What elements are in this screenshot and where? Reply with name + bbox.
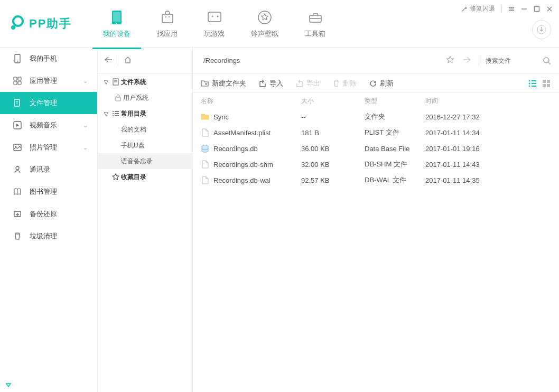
sidebar-item-trash-clean[interactable]: 垃圾清理 xyxy=(0,225,97,247)
delete-button: 删除 xyxy=(333,79,357,88)
maximize-button[interactable] xyxy=(534,6,540,12)
home-button[interactable] xyxy=(123,56,133,65)
sidebar-item-books[interactable]: 图书管理 xyxy=(0,181,97,203)
sidebar-item-contacts[interactable]: 通讯录 xyxy=(0,158,97,181)
file-time: 2017-01-11 14:35 xyxy=(425,176,551,184)
tree-common-dir[interactable]: ▽ 常用目录 xyxy=(98,106,192,122)
arrow-right-icon xyxy=(463,56,471,63)
minimize-button[interactable] xyxy=(521,6,527,12)
svg-rect-58 xyxy=(547,84,550,87)
collapse-sidebar-button[interactable] xyxy=(5,380,12,390)
menu-button[interactable] xyxy=(508,6,515,12)
svg-rect-24 xyxy=(14,77,17,80)
tree-my-docs[interactable]: 我的文档 xyxy=(98,122,192,137)
file-size: 181 B xyxy=(301,129,365,137)
maximize-icon xyxy=(534,6,540,12)
play-icon xyxy=(13,120,22,130)
svg-point-47 xyxy=(544,58,549,63)
file-size: -- xyxy=(301,113,365,121)
svg-point-51 xyxy=(529,82,530,84)
bag-icon xyxy=(160,10,175,25)
svg-rect-25 xyxy=(18,77,21,80)
grid-view-button[interactable] xyxy=(542,79,551,88)
minimize-icon xyxy=(521,6,527,12)
col-header-type[interactable]: 类型 xyxy=(365,97,425,106)
file-time: 2017-01-11 14:34 xyxy=(425,129,551,137)
nav-label: 工具箱 xyxy=(305,29,325,39)
forward-button[interactable] xyxy=(462,56,472,66)
star-outline-icon xyxy=(446,55,454,64)
tree-phone-usb[interactable]: 手机U盘 xyxy=(98,137,192,153)
new-folder-button[interactable]: 新建文件夹 xyxy=(201,79,246,88)
triangle-down-icon: ▽ xyxy=(102,111,110,117)
search-input[interactable] xyxy=(486,57,538,64)
file-type: PLIST 文件 xyxy=(365,128,425,137)
files-icon xyxy=(13,98,22,108)
refresh-icon xyxy=(369,80,377,87)
search-icon[interactable] xyxy=(543,57,551,65)
refresh-button[interactable]: 刷新 xyxy=(369,79,394,88)
nav-my-device[interactable]: 我的设备 xyxy=(103,9,131,39)
sidebar-item-video-music[interactable]: 视频音乐 ⌄ xyxy=(0,114,97,136)
arrow-left-icon xyxy=(104,56,113,63)
sidebar-item-file-manage[interactable]: 文件管理 xyxy=(0,92,97,114)
tree-label: 常用目录 xyxy=(121,109,146,118)
tree-user-system[interactable]: 用户系统 xyxy=(98,90,192,106)
nav-toolbox[interactable]: 工具箱 xyxy=(305,9,325,39)
table-row[interactable]: Recordings.db36.00 KBData Base File2017-… xyxy=(193,141,559,156)
window-controls: 修复闪退 xyxy=(461,4,553,13)
toolbox-icon xyxy=(308,10,323,25)
table-row[interactable]: Recordings.db-shm32.00 KBDB-SHM 文件2017-0… xyxy=(193,156,559,172)
table-row[interactable]: AssetManifest.plist181 BPLIST 文件2017-01-… xyxy=(193,125,559,141)
app-title: PP助手 xyxy=(29,16,72,32)
svg-point-49 xyxy=(529,80,530,81)
svg-point-0 xyxy=(13,16,23,26)
tree-label: 语音备忘录 xyxy=(121,157,153,166)
fix-crash-button[interactable]: 修复闪退 xyxy=(461,4,495,13)
tree-label: 我的文档 xyxy=(121,125,146,134)
back-button[interactable] xyxy=(103,56,114,65)
table-row[interactable]: Sync--文件夹2016-12-27 17:32 xyxy=(193,109,559,125)
sidebar-label: 垃圾清理 xyxy=(30,231,57,241)
file-table: 名称 大小 类型 时间 Sync--文件夹2016-12-27 17:32Ass… xyxy=(193,93,559,392)
sidebar-item-my-phone[interactable]: 我的手机 xyxy=(0,48,97,70)
tree-favorites[interactable]: 收藏目录 xyxy=(98,169,192,185)
col-header-size[interactable]: 大小 xyxy=(301,97,365,106)
file-name: Recordings.db-shm xyxy=(213,161,273,169)
export-button: 导出 xyxy=(296,79,320,88)
nav-find-apps[interactable]: 找应用 xyxy=(157,9,178,39)
close-button[interactable] xyxy=(546,6,553,12)
tree-file-system[interactable]: ▽ 文件系统 xyxy=(98,74,192,90)
file-type: DB-WAL 文件 xyxy=(365,175,425,185)
favorite-button[interactable] xyxy=(445,55,455,66)
download-button[interactable] xyxy=(532,20,551,39)
col-header-name[interactable]: 名称 xyxy=(201,97,301,106)
top-nav: 我的设备 找应用 + 玩游戏 铃声壁纸 xyxy=(103,9,325,39)
chevron-down-icon: ⌄ xyxy=(83,78,88,85)
nav-ringtone-wallpaper[interactable]: 铃声壁纸 xyxy=(251,9,278,39)
svg-point-6 xyxy=(165,16,166,17)
logo: PP助手 xyxy=(8,15,98,32)
file-icon xyxy=(201,128,209,137)
sidebar-item-app-manage[interactable]: 应用管理 ⌄ xyxy=(0,70,97,92)
file-name: Recordings.db-wal xyxy=(213,176,271,184)
sidebar-label: 图书管理 xyxy=(30,187,57,197)
db-icon xyxy=(201,144,209,153)
col-header-time[interactable]: 时间 xyxy=(425,97,551,106)
list-view-button[interactable] xyxy=(528,79,537,88)
svg-rect-3 xyxy=(113,12,120,22)
file-size: 36.00 KB xyxy=(301,145,365,153)
sidebar-item-photo-manage[interactable]: 照片管理 ⌄ xyxy=(0,136,97,158)
nav-label: 我的设备 xyxy=(103,29,131,39)
file-type: DB-SHM 文件 xyxy=(365,160,425,169)
import-button[interactable]: 导入 xyxy=(259,79,283,88)
svg-rect-18 xyxy=(535,6,539,11)
sidebar-label: 我的手机 xyxy=(30,54,57,63)
file-size: 32.00 KB xyxy=(301,161,365,169)
nav-play-games[interactable]: + 玩游戏 xyxy=(204,9,225,39)
table-row[interactable]: Recordings.db-wal92.57 KBDB-WAL 文件2017-0… xyxy=(193,172,559,188)
tree-voice-memo[interactable]: 语音备忘录 xyxy=(98,153,192,169)
sidebar-label: 通讯录 xyxy=(30,165,50,174)
close-icon xyxy=(546,6,553,12)
sidebar-item-backup[interactable]: 备份还原 xyxy=(0,203,97,225)
